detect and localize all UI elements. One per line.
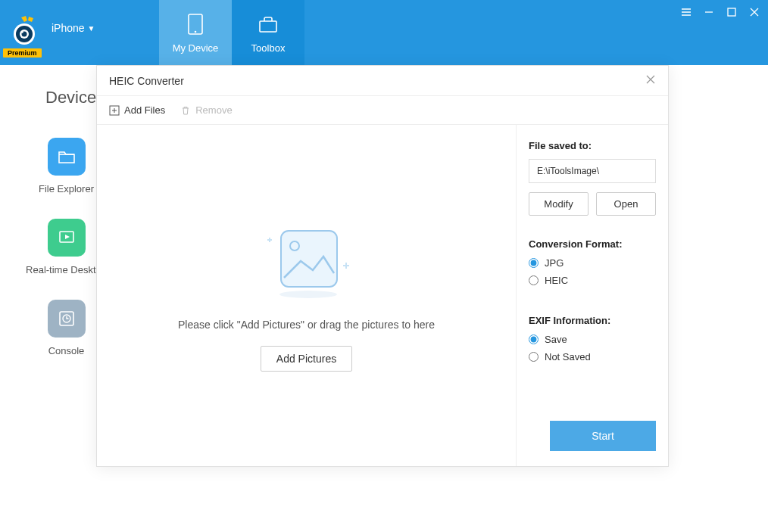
device-selector[interactable]: iPhone ▼: [52, 22, 95, 34]
tab-toolbox[interactable]: Toolbox: [232, 0, 304, 65]
device-name: iPhone: [52, 22, 85, 34]
dialog-toolbar: Add Files Remove: [97, 96, 668, 125]
menu-icon[interactable]: [679, 5, 694, 20]
sidebar-title: Device: [45, 88, 96, 107]
folder-icon: [48, 138, 86, 176]
minimize-icon[interactable]: [701, 5, 716, 20]
tablet-icon: [183, 12, 208, 38]
drop-area[interactable]: Please click "Add Pictures" or drag the …: [97, 125, 517, 466]
trash-icon: [180, 105, 191, 116]
tab-label: Toolbox: [251, 42, 286, 54]
open-button[interactable]: Open: [596, 192, 656, 216]
toolbar-label: Remove: [195, 104, 232, 116]
saved-to-path: E:\iToolsImage\: [529, 159, 656, 183]
radio-label: HEIC: [545, 275, 568, 286]
nav-tabs: My Device Toolbox: [159, 0, 304, 65]
dialog-title: HEIC Converter: [109, 75, 184, 87]
dialog-titlebar: HEIC Converter: [97, 66, 668, 96]
tile-label: Real-time Desktop: [26, 264, 107, 277]
drop-hint-text: Please click "Add Pictures" or drag the …: [178, 319, 435, 331]
exif-label: EXIF Information:: [529, 315, 656, 326]
caret-down-icon: ▼: [88, 24, 95, 33]
tab-label: My Device: [173, 42, 219, 54]
saved-to-label: File saved to:: [529, 140, 656, 151]
play-icon: [48, 219, 86, 257]
radio-label: JPG: [545, 257, 564, 269]
svg-rect-7: [260, 21, 276, 32]
svg-rect-13: [281, 231, 337, 287]
format-radio-group: JPG HEIC: [529, 257, 656, 292]
tile-label: File Explorer: [39, 183, 94, 196]
start-button[interactable]: Start: [550, 421, 656, 451]
plus-box-icon: [109, 105, 120, 116]
svg-point-6: [195, 30, 197, 33]
tile-label: Console: [48, 345, 85, 358]
toolbox-icon: [255, 12, 281, 38]
tile-file-explorer[interactable]: File Explorer: [45, 138, 87, 196]
radio-input[interactable]: [529, 258, 539, 268]
radio-jpg[interactable]: JPG: [529, 257, 656, 269]
heic-converter-dialog: HEIC Converter Add Files Remove: [96, 65, 669, 467]
close-icon[interactable]: [645, 74, 656, 88]
exif-radio-group: Save Not Saved: [529, 334, 656, 369]
radio-exif-not-saved[interactable]: Not Saved: [529, 351, 656, 362]
radio-exif-save[interactable]: Save: [529, 334, 656, 345]
settings-pane: File saved to: E:\iToolsImage\ Modify Op…: [517, 125, 668, 466]
sidebar-tiles: File Explorer Real-time Desktop Console: [45, 138, 96, 358]
tile-realtime-desktop[interactable]: Real-time Desktop: [45, 219, 87, 277]
clock-icon: [48, 300, 86, 338]
image-placeholder-icon: [254, 220, 360, 303]
modify-button[interactable]: Modify: [529, 192, 588, 216]
radio-label: Not Saved: [545, 351, 591, 362]
radio-input[interactable]: [529, 275, 539, 285]
remove-button: Remove: [180, 104, 232, 116]
radio-heic[interactable]: HEIC: [529, 275, 656, 286]
app-header: Premium iPhone ▼ My Device Toolbox: [0, 0, 768, 65]
tile-console[interactable]: Console: [45, 300, 87, 358]
svg-rect-8: [728, 8, 735, 16]
logo-area: Premium iPhone ▼: [0, 0, 159, 65]
add-pictures-button[interactable]: Add Pictures: [261, 346, 352, 372]
dialog-body: Please click "Add Pictures" or drag the …: [97, 125, 668, 466]
svg-point-15: [279, 291, 337, 298]
premium-badge: Premium: [3, 48, 42, 58]
radio-input[interactable]: [529, 352, 539, 362]
app-logo-icon: [6, 14, 42, 51]
path-buttons: Modify Open: [529, 192, 656, 216]
close-icon[interactable]: [747, 5, 762, 20]
window-controls: [679, 5, 762, 20]
add-files-button[interactable]: Add Files: [109, 104, 165, 116]
svg-point-4: [21, 31, 23, 33]
radio-label: Save: [545, 334, 567, 345]
format-label: Conversion Format:: [529, 238, 656, 250]
maximize-icon[interactable]: [724, 5, 739, 20]
radio-input[interactable]: [529, 334, 539, 344]
tab-my-device[interactable]: My Device: [159, 0, 232, 65]
toolbar-label: Add Files: [124, 104, 165, 116]
